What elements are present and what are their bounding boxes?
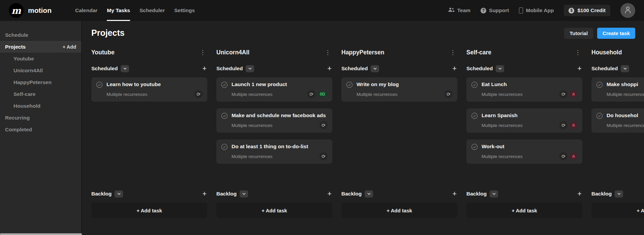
column-happypetersen: HappyPetersen ⋮ Scheduled +: [341, 48, 457, 218]
team-label: Team: [457, 7, 470, 14]
recurrence-icon: ⟳: [194, 90, 203, 98]
task-card[interactable]: Learn Spanish Multiple recurrences ⟳: [466, 108, 582, 133]
sidebar-item-unicorn4all[interactable]: Unicorn4All: [0, 64, 81, 76]
add-task-button[interactable]: + Add task: [341, 203, 457, 218]
brand-name: motion: [28, 6, 52, 15]
task-card[interactable]: Launch 1 new product Multiple recurrence…: [216, 77, 332, 102]
add-task-button[interactable]: + Add task: [216, 203, 332, 218]
phone-icon: [519, 7, 523, 14]
nav-calendar[interactable]: Calendar: [75, 0, 97, 21]
task-title: Learn how to youtube: [106, 81, 161, 88]
add-backlog-task-icon[interactable]: +: [577, 190, 582, 198]
task-recurrence-label: Multiple recurrences: [482, 92, 557, 97]
task-card[interactable]: Learn how to youtube Multiple recurrence…: [91, 77, 207, 102]
task-recurrence-label: Multiple recurrences: [357, 92, 442, 97]
sidebar-item-schedule[interactable]: Schedule: [0, 29, 81, 41]
sidebar-item-projects[interactable]: Projects + Add: [0, 41, 81, 53]
chevron-down-icon[interactable]: [621, 65, 629, 72]
create-task-button[interactable]: Create task: [597, 28, 635, 39]
motion-logo-icon[interactable]: m: [9, 3, 24, 18]
avatar[interactable]: [620, 3, 635, 18]
backlog-group-label: Backlog: [466, 191, 487, 197]
sidebar-item-self-care[interactable]: Self-care: [0, 88, 81, 100]
support-link[interactable]: ? Support: [481, 7, 509, 14]
add-backlog-task-icon[interactable]: +: [452, 190, 457, 198]
chevron-down-icon[interactable]: [615, 190, 623, 198]
task-card[interactable]: Make shoppi Multiple recurrence: [591, 77, 644, 102]
check-circle-icon[interactable]: [96, 81, 103, 89]
add-project-button[interactable]: + Add: [63, 44, 76, 50]
person-icon: [624, 6, 631, 15]
check-circle-icon[interactable]: [221, 143, 228, 152]
add-scheduled-task-icon[interactable]: +: [452, 65, 457, 72]
add-task-button[interactable]: + Add task: [91, 203, 207, 218]
add-backlog-task-icon[interactable]: +: [202, 190, 207, 198]
sidebar-item-household[interactable]: Household: [0, 100, 81, 112]
app-window: m motion Calendar My Tasks Scheduler Set…: [0, 0, 644, 235]
mobile-app-link[interactable]: Mobile App: [519, 7, 554, 14]
task-title: Make shoppi: [607, 81, 638, 88]
task-recurrence-label: Multiple recurrences: [106, 92, 192, 97]
task-card[interactable]: Eat Lunch Multiple recurrences ⟳: [466, 77, 582, 102]
chevron-down-icon[interactable]: [246, 65, 254, 72]
nav-settings[interactable]: Settings: [174, 0, 195, 21]
task-card[interactable]: Do at least 1 thing on to-do-list Multip…: [216, 139, 332, 164]
horizontal-scrollbar[interactable]: [0, 233, 82, 235]
chevron-down-icon[interactable]: [490, 190, 498, 198]
chevron-down-icon[interactable]: [240, 190, 248, 198]
sidebar-item-happypetersen[interactable]: HappyPetersen: [0, 76, 81, 88]
team-link[interactable]: Team: [448, 7, 470, 14]
task-card[interactable]: Write on my blog Multiple recurrences ⟳: [341, 77, 457, 102]
add-scheduled-task-icon[interactable]: +: [202, 65, 207, 72]
task-title: Do at least 1 thing on to-do-list: [232, 143, 308, 150]
mobile-app-label: Mobile App: [526, 7, 554, 14]
check-circle-icon[interactable]: [471, 143, 478, 152]
scheduled-group-label: Scheduled: [216, 66, 243, 72]
scheduled-group-label: Scheduled: [466, 66, 493, 72]
chevron-down-icon[interactable]: [115, 190, 123, 198]
check-circle-icon[interactable]: [221, 81, 228, 89]
chevron-down-icon[interactable]: [121, 65, 129, 72]
check-circle-icon[interactable]: [471, 81, 478, 89]
sidebar-item-youtube[interactable]: Youtube: [0, 53, 81, 64]
deadline-badge: 0D: [317, 91, 328, 98]
task-title: Eat Lunch: [482, 81, 507, 88]
chevron-down-icon[interactable]: [371, 65, 379, 72]
column-menu-icon[interactable]: ⋮: [323, 49, 332, 56]
check-circle-icon[interactable]: [596, 81, 603, 89]
chevron-down-icon[interactable]: [365, 190, 373, 198]
task-recurrence-label: Multiple recurrences: [232, 123, 317, 128]
check-circle-icon[interactable]: [221, 112, 228, 121]
column-menu-icon[interactable]: ⋮: [573, 49, 582, 56]
task-card[interactable]: Do househol Multiple recurrence: [591, 108, 644, 133]
chevron-down-icon[interactable]: [496, 65, 504, 72]
add-backlog-task-icon[interactable]: +: [327, 190, 332, 198]
add-scheduled-task-icon[interactable]: +: [577, 65, 582, 72]
add-task-button[interactable]: + Add task: [591, 203, 644, 218]
sidebar-item-completed[interactable]: Completed: [0, 124, 81, 135]
credit-button[interactable]: $ $100 Credit: [564, 5, 610, 16]
check-circle-icon[interactable]: [346, 81, 353, 89]
topbar-right: Team ? Support Mobile App $ $100 Credit: [448, 3, 635, 18]
nav-scheduler[interactable]: Scheduler: [140, 0, 165, 21]
task-recurrence-label: Multiple recurrences: [482, 123, 557, 128]
column-menu-icon[interactable]: ⋮: [448, 49, 457, 56]
task-card[interactable]: Work-out Multiple recurrences ⟳: [466, 139, 582, 164]
backlog-group-label: Backlog: [91, 191, 112, 197]
check-circle-icon[interactable]: [596, 112, 603, 121]
task-recurrence-label: Multiple recurrence: [607, 123, 644, 128]
check-circle-icon[interactable]: [471, 112, 478, 121]
tutorial-button[interactable]: Tutorial: [564, 28, 593, 39]
recurrence-icon: ⟳: [319, 121, 328, 129]
project-board: Youtube ⋮ Scheduled +: [91, 48, 644, 218]
task-card[interactable]: Make and schedule new facebook ads Multi…: [216, 108, 332, 133]
add-scheduled-task-icon[interactable]: +: [327, 65, 332, 72]
scheduled-group-label: Scheduled: [341, 66, 368, 72]
nav-my-tasks[interactable]: My Tasks: [107, 0, 130, 21]
column-title: Household: [591, 49, 622, 56]
column-menu-icon[interactable]: ⋮: [198, 49, 207, 56]
sidebar-item-recurring[interactable]: Recurring: [0, 112, 81, 124]
recurrence-icon: ⟳: [319, 152, 328, 160]
backlog-group-label: Backlog: [591, 191, 612, 197]
add-task-button[interactable]: + Add task: [466, 203, 582, 218]
